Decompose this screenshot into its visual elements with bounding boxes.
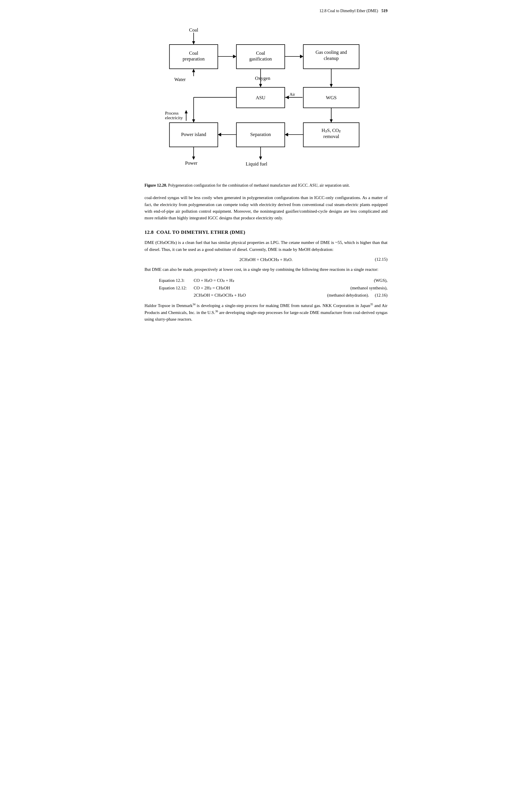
- dme-intro-paragraph: DME (CH₃OCH₃) is a clean fuel that has s…: [145, 239, 388, 253]
- paragraph-after-eq: But DME can also be made, prospectively …: [145, 266, 388, 273]
- equation-12-15: 2CH₃OH = CH₃OCH₃ + H₂O. (12.15): [145, 257, 388, 262]
- svg-text:WGS: WGS: [326, 95, 337, 100]
- svg-marker-43: [329, 119, 332, 123]
- svg-text:cleanup: cleanup: [324, 56, 339, 61]
- svg-marker-45: [285, 133, 288, 136]
- svg-marker-52: [259, 156, 262, 160]
- svg-marker-32: [259, 84, 262, 87]
- svg-text:ASU: ASU: [256, 95, 265, 100]
- svg-marker-24: [233, 55, 236, 58]
- chapter-reference: 12.8 Coal to Dimethyl Ether (DME): [319, 9, 378, 13]
- svg-text:Process: Process: [165, 111, 178, 115]
- body-paragraph-1: coal-derived syngas will be less costly …: [145, 194, 388, 221]
- eq-row-0: Equation 12.3: CO + H₂O = CO₂ + H₂ (WGS)…: [159, 277, 388, 284]
- figure-caption: Figure 12.20. Polygeneration configurati…: [145, 183, 388, 188]
- svg-text:Power island: Power island: [181, 132, 206, 137]
- page-number: 519: [382, 9, 388, 13]
- final-paragraph: Haldor Topsoe in Denmark34 is developing…: [145, 302, 388, 323]
- svg-text:removal: removal: [323, 134, 339, 139]
- eq-row-2: 2CH₃OH = CH₃OCH₃ + H₂O (methanol dehydra…: [159, 292, 388, 299]
- svg-text:gasification: gasification: [249, 56, 272, 62]
- svg-text:Liquid fuel: Liquid fuel: [246, 161, 267, 167]
- svg-marker-41: [185, 110, 188, 113]
- svg-marker-56: [192, 119, 195, 123]
- svg-text:Gas cooling and: Gas cooling and: [315, 50, 347, 55]
- svg-marker-36: [285, 95, 289, 99]
- svg-marker-22: [192, 41, 195, 44]
- section-heading-12-8: 12.8 COAL TO DIMETHYL ETHER (DME): [145, 229, 388, 235]
- svg-text:Power: Power: [185, 160, 197, 166]
- figure-diagram: Coal preparation Coal gasification Gas c…: [162, 19, 370, 180]
- figure-caption-text: Polygeneration configuration for the com…: [167, 183, 350, 187]
- svg-marker-34: [329, 84, 332, 87]
- svg-marker-49: [192, 156, 195, 160]
- flow-diagram-svg: Coal preparation Coal gasification Gas c…: [162, 19, 370, 179]
- svg-text:electricity: electricity: [165, 115, 183, 120]
- svg-text:Coal: Coal: [189, 50, 198, 56]
- svg-text:Air: Air: [289, 92, 295, 97]
- eq-row-1: Equation 12.12: CO + 2H₂ = CH₃OH (methan…: [159, 284, 388, 292]
- svg-text:preparation: preparation: [183, 56, 205, 62]
- svg-marker-29: [192, 69, 195, 72]
- equations-block: Equation 12.3: CO + H₂O = CO₂ + H₂ (WGS)…: [159, 277, 388, 299]
- svg-marker-47: [217, 133, 221, 136]
- svg-text:Oxygen: Oxygen: [255, 76, 270, 81]
- svg-text:Coal: Coal: [189, 27, 198, 33]
- svg-marker-26: [300, 55, 303, 58]
- svg-text:Water: Water: [174, 77, 186, 82]
- page-header: 12.8 Coal to Dimethyl Ether (DME) 519: [145, 9, 388, 13]
- svg-text:Separation: Separation: [250, 132, 271, 137]
- figure-label: Figure 12.20.: [145, 183, 167, 187]
- svg-text:H₂S, CO₂: H₂S, CO₂: [321, 128, 341, 133]
- svg-text:Coal: Coal: [256, 50, 265, 56]
